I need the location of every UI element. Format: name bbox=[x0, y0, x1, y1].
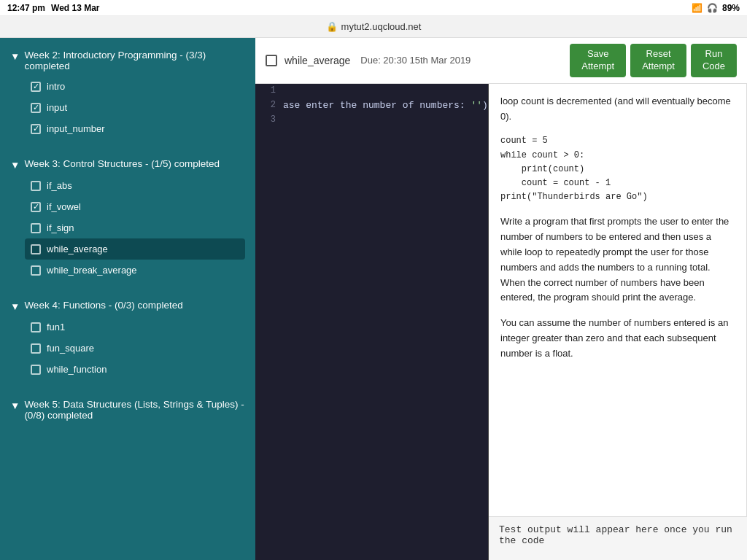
line-content-2: ase enter the number of numbers: '')) bbox=[283, 98, 489, 111]
battery-status: 89% bbox=[722, 3, 740, 13]
line-num-2: 2 bbox=[261, 98, 276, 110]
top-bar: while_average Due: 20:30 15th Mar 2019 S… bbox=[255, 38, 747, 84]
code-line-3: 3 bbox=[255, 113, 488, 128]
split-panel: 1 2 ase enter the number of numbers: '')… bbox=[255, 84, 747, 560]
main-layout: ▼ Week 2: Introductory Programming - (3/… bbox=[0, 38, 747, 560]
while-function-checkbox[interactable] bbox=[31, 365, 41, 375]
intro-label: intro bbox=[47, 81, 65, 92]
output-panel: Test output will appear here once you ru… bbox=[489, 516, 747, 560]
description-panel: loop count is decremented (and will even… bbox=[489, 84, 747, 516]
if-vowel-label: if_vowel bbox=[47, 201, 81, 212]
url-display: mytut2.uqcloud.net bbox=[341, 21, 422, 32]
wifi-icon: 📶 bbox=[692, 3, 703, 13]
intro-checkbox[interactable] bbox=[31, 82, 41, 92]
lock-icon: 🔒 bbox=[326, 21, 338, 32]
week3-header[interactable]: ▼ Week 3: Control Structures - (1/5) com… bbox=[10, 154, 245, 175]
line-num-3: 3 bbox=[261, 113, 276, 125]
status-time: 12:47 pm bbox=[7, 3, 45, 13]
fun1-label: fun1 bbox=[47, 322, 65, 332]
input-number-label: input_number bbox=[47, 123, 105, 134]
week2-items: intro input input_number bbox=[10, 76, 245, 139]
sidebar-item-intro[interactable]: intro bbox=[25, 76, 245, 97]
fun-square-label: fun_square bbox=[47, 343, 94, 354]
input-checkbox[interactable] bbox=[31, 103, 41, 113]
input-label: input bbox=[47, 102, 67, 113]
fun1-checkbox[interactable] bbox=[31, 322, 41, 332]
fun-square-checkbox[interactable] bbox=[31, 343, 41, 354]
run-code-button[interactable]: RunCode bbox=[691, 44, 737, 77]
week4-label: Week 4: Functions - (0/3) completed bbox=[24, 300, 182, 311]
sidebar-item-if-vowel[interactable]: if_vowel bbox=[25, 196, 245, 217]
sidebar: ▼ Week 2: Introductory Programming - (3/… bbox=[0, 38, 255, 560]
week4-items: fun1 fun_square while_function bbox=[10, 316, 245, 380]
if-abs-checkbox[interactable] bbox=[31, 181, 41, 191]
desc-intro-text: loop count is decremented (and will even… bbox=[500, 94, 735, 125]
sidebar-item-while-average[interactable]: while_average bbox=[25, 238, 245, 260]
week3-items: if_abs if_vowel if_sign while_average wh… bbox=[10, 175, 245, 281]
week2-label: Week 2: Introductory Programming - (3/3)… bbox=[24, 50, 245, 71]
sidebar-item-input[interactable]: input bbox=[25, 97, 245, 118]
if-sign-checkbox[interactable] bbox=[31, 223, 41, 233]
task-checkbox[interactable] bbox=[266, 55, 277, 66]
line-num-1: 1 bbox=[261, 84, 276, 96]
while-average-checkbox[interactable] bbox=[31, 244, 41, 254]
sidebar-week-3: ▼ Week 3: Control Structures - (1/5) com… bbox=[0, 147, 255, 288]
sidebar-item-while-function[interactable]: while_function bbox=[25, 359, 245, 380]
week3-label: Week 3: Control Structures - (1/5) compl… bbox=[24, 158, 220, 169]
reset-attempt-button[interactable]: ResetAttempt bbox=[630, 44, 686, 77]
chevron-down-icon-2: ▼ bbox=[10, 160, 20, 171]
task-title: while_average bbox=[285, 55, 350, 66]
code-editor[interactable]: 1 2 ase enter the number of numbers: '')… bbox=[255, 84, 489, 560]
action-buttons: SaveAttempt ResetAttempt RunCode bbox=[570, 44, 737, 77]
sidebar-item-while-break-average[interactable]: while_break_average bbox=[25, 260, 245, 281]
chevron-right-icon: ▼ bbox=[10, 400, 20, 411]
desc-paragraph-2: You can assume the number of numbers ent… bbox=[500, 316, 735, 361]
week2-header[interactable]: ▼ Week 2: Introductory Programming - (3/… bbox=[10, 45, 245, 76]
content-area: while_average Due: 20:30 15th Mar 2019 S… bbox=[255, 38, 747, 560]
output-text: Test output will appear here once you ru… bbox=[499, 524, 732, 546]
sidebar-item-fun-square[interactable]: fun_square bbox=[25, 338, 245, 359]
sidebar-item-input-number[interactable]: input_number bbox=[25, 118, 245, 139]
while-break-average-checkbox[interactable] bbox=[31, 265, 41, 276]
code-line-1: 1 bbox=[255, 84, 488, 98]
headphone-icon: 🎧 bbox=[707, 3, 718, 13]
if-sign-label: if_sign bbox=[47, 222, 74, 233]
status-bar: 12:47 pm Wed 13 Mar 📶 🎧 89% bbox=[0, 0, 747, 16]
sidebar-item-fun1[interactable]: fun1 bbox=[25, 316, 245, 338]
while-average-label: while_average bbox=[47, 244, 108, 254]
code-line-2: 2 ase enter the number of numbers: '')) bbox=[255, 98, 488, 113]
while-break-average-label: while_break_average bbox=[47, 265, 137, 276]
sidebar-item-if-sign[interactable]: if_sign bbox=[25, 217, 245, 238]
sidebar-week-4: ▼ Week 4: Functions - (0/3) completed fu… bbox=[0, 288, 255, 387]
chevron-down-icon-3: ▼ bbox=[10, 301, 20, 312]
address-bar: 🔒 mytut2.uqcloud.net bbox=[0, 16, 747, 38]
week5-label: Week 5: Data Structures (Lists, Strings … bbox=[24, 399, 245, 421]
week4-header[interactable]: ▼ Week 4: Functions - (0/3) completed bbox=[10, 295, 245, 316]
save-attempt-button[interactable]: SaveAttempt bbox=[570, 44, 626, 77]
sidebar-week-2: ▼ Week 2: Introductory Programming - (3/… bbox=[0, 38, 255, 147]
if-abs-label: if_abs bbox=[47, 180, 72, 191]
sidebar-week-5: ▼ Week 5: Data Structures (Lists, String… bbox=[0, 387, 255, 432]
status-date: Wed 13 Mar bbox=[51, 3, 99, 13]
sidebar-item-if-abs[interactable]: if_abs bbox=[25, 175, 245, 196]
desc-paragraph-1: Write a program that first prompts the u… bbox=[500, 214, 735, 306]
week5-header[interactable]: ▼ Week 5: Data Structures (Lists, String… bbox=[10, 394, 245, 425]
example-code-block: count = 5 while count > 0: print(count) … bbox=[500, 134, 735, 204]
if-vowel-checkbox[interactable] bbox=[31, 202, 41, 212]
chevron-down-icon: ▼ bbox=[10, 51, 20, 62]
task-due: Due: 20:30 15th Mar 2019 bbox=[360, 55, 471, 66]
input-number-checkbox[interactable] bbox=[31, 124, 41, 134]
while-function-label: while_function bbox=[47, 364, 107, 375]
